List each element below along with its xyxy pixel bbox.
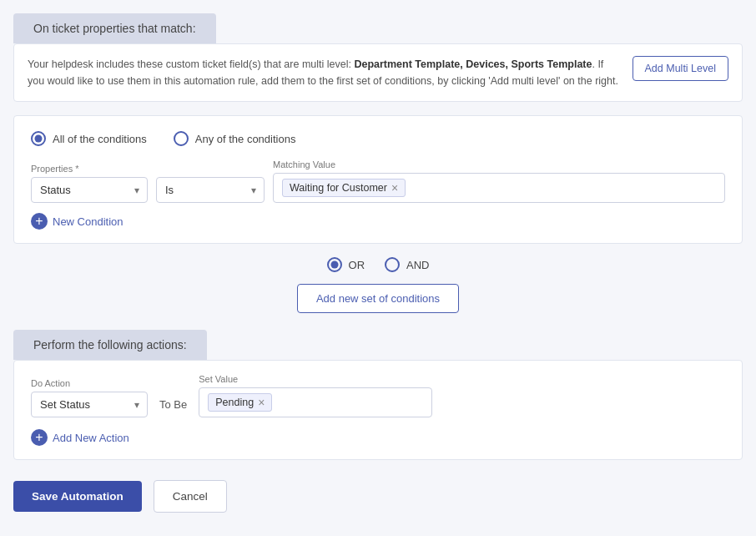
pending-tag-text: Pending xyxy=(215,397,254,408)
properties-label: Properties * xyxy=(31,164,148,174)
info-box-text: Your helpdesk includes these custom tick… xyxy=(28,56,619,89)
do-action-label: Do Action xyxy=(31,378,148,388)
do-action-field: Do Action Set Status xyxy=(31,378,148,417)
footer-buttons: Save Automation Cancel xyxy=(13,480,743,513)
do-action-select-wrapper[interactable]: Set Status xyxy=(31,392,148,417)
info-text-before-bold: Your helpdesk includes these custom tick… xyxy=(28,58,354,70)
action-row: Do Action Set Status To Be Set Value Pen… xyxy=(31,374,725,417)
radio-and[interactable]: AND xyxy=(385,257,429,272)
radio-any-label: Any of the conditions xyxy=(195,133,296,145)
cancel-button[interactable]: Cancel xyxy=(154,480,227,513)
actions-block: Do Action Set Status To Be Set Value Pen… xyxy=(13,360,743,460)
add-new-action-button[interactable]: + Add New Action xyxy=(31,429,129,446)
pending-tag-remove-button[interactable]: × xyxy=(258,397,265,408)
or-label: OR xyxy=(349,259,365,271)
properties-field: Properties * Status xyxy=(31,164,148,203)
radio-and-input[interactable] xyxy=(385,257,400,272)
matching-value-field[interactable]: Matching Value Waiting for Customer × xyxy=(273,159,725,203)
operator-select[interactable]: Is xyxy=(156,177,265,203)
add-new-set-button[interactable]: Add new set of conditions xyxy=(297,284,459,313)
new-condition-button[interactable]: + New Condition xyxy=(31,213,123,230)
conditions-block: All of the conditions Any of the conditi… xyxy=(13,115,743,244)
condition-type-radio-group: All of the conditions Any of the conditi… xyxy=(31,131,725,146)
add-new-action-label: Add New Action xyxy=(53,432,129,444)
properties-select[interactable]: Status xyxy=(31,177,148,203)
pending-tag: Pending × xyxy=(208,393,272,412)
operator-field: Is xyxy=(156,164,265,203)
radio-all-input[interactable] xyxy=(31,131,46,146)
and-label: AND xyxy=(406,259,429,271)
save-automation-button[interactable]: Save Automation xyxy=(13,481,142,512)
add-multi-level-button[interactable]: Add Multi Level xyxy=(633,56,728,81)
operator-label xyxy=(156,164,265,174)
matching-value-tag-input[interactable]: Waiting for Customer × xyxy=(273,173,725,203)
info-bold-text: Department Template, Devices, Sports Tem… xyxy=(354,58,592,70)
matching-value-label: Matching Value xyxy=(273,159,725,169)
or-and-row: OR AND xyxy=(13,257,743,272)
tag-remove-button[interactable]: × xyxy=(391,182,398,194)
set-value-field: Set Value Pending × xyxy=(199,374,432,417)
do-action-select[interactable]: Set Status xyxy=(31,392,148,417)
radio-or-input[interactable] xyxy=(327,257,342,272)
radio-all-conditions[interactable]: All of the conditions xyxy=(31,131,147,146)
properties-select-wrapper[interactable]: Status xyxy=(31,177,148,203)
tag-text: Waiting for Customer xyxy=(290,182,387,194)
operator-select-wrapper[interactable]: Is xyxy=(156,177,265,203)
set-value-label: Set Value xyxy=(199,374,432,384)
radio-all-label: All of the conditions xyxy=(53,133,147,145)
radio-or[interactable]: OR xyxy=(327,257,365,272)
add-condition-icon: + xyxy=(31,213,48,230)
to-be-label: To Be xyxy=(159,398,187,417)
radio-any-input[interactable] xyxy=(174,131,189,146)
set-value-tag-input[interactable]: Pending × xyxy=(199,387,432,417)
add-action-icon: + xyxy=(31,429,48,446)
condition-row: Properties * Status Is Matching Value Wa… xyxy=(31,159,725,203)
waiting-for-customer-tag: Waiting for Customer × xyxy=(282,179,406,197)
actions-section-tab: Perform the following actions: xyxy=(13,330,207,360)
radio-any-conditions[interactable]: Any of the conditions xyxy=(174,131,296,146)
info-box: Your helpdesk includes these custom tick… xyxy=(13,43,743,102)
conditions-section-tab: On ticket properties that match: xyxy=(13,13,216,43)
new-condition-label: New Condition xyxy=(53,215,123,228)
actions-section: Perform the following actions: Do Action… xyxy=(13,330,743,460)
